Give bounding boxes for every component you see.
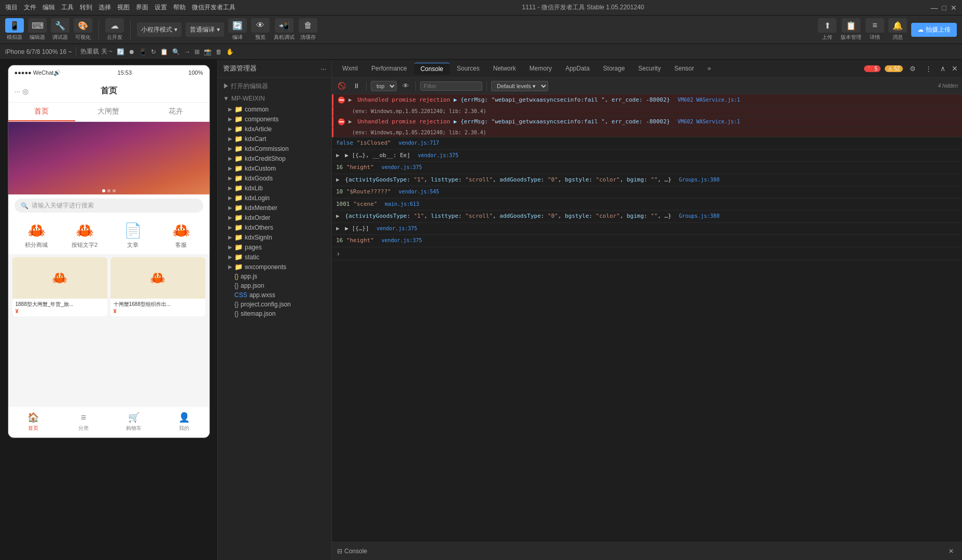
tree-folder-kdxlib[interactable]: ▶ 📁 kdxLib — [218, 183, 331, 193]
version-btn[interactable]: 📋 版本管理 — [841, 18, 861, 41]
log-source-activity1[interactable]: Groups.js:380 — [675, 177, 719, 183]
error-source-1[interactable]: VM602 WAService.js:1 — [674, 97, 740, 103]
expand-arr1[interactable]: ▶ — [336, 152, 340, 159]
phone-search-input[interactable]: 🔍 请输入关键字进行搜索 — [15, 199, 203, 213]
tab-wxml[interactable]: Wxml — [336, 63, 364, 74]
record-icon[interactable]: ⏺ — [129, 48, 135, 55]
compile-btn[interactable]: 🔄 编译 — [228, 18, 247, 41]
log-source-height1[interactable]: vendor.js:375 — [377, 164, 422, 170]
log-source-height2[interactable]: vendor.js:375 — [377, 237, 422, 243]
log-source-route[interactable]: vendor.js:545 — [395, 189, 439, 194]
tab-memory[interactable]: Memory — [523, 63, 558, 74]
product-card-0[interactable]: 🦀 1888型大闸蟹_年货_旅... ¥ — [12, 257, 107, 316]
log-source-isclosed[interactable]: vendor.js:717 — [395, 140, 439, 146]
rotate-icon[interactable]: ↻ — [151, 48, 156, 55]
screenshot-icon[interactable]: 📸 — [204, 48, 212, 55]
tree-folder-kdxarticle[interactable]: ▶ 📁 kdxArticle — [218, 124, 331, 134]
menu-view[interactable]: 视图 — [117, 3, 130, 12]
close-button[interactable]: ✕ — [951, 4, 957, 12]
phone-tab-crab[interactable]: 大闸蟹 — [75, 103, 142, 121]
mode-selector[interactable]: 小程序模式 ▾ — [137, 22, 182, 37]
icon-item-0[interactable]: 🦀 积分商城 — [15, 222, 59, 249]
tree-folder-kdxcart[interactable]: ▶ 📁 kdxCart — [218, 134, 331, 144]
tree-folder-kdxmember[interactable]: ▶ 📁 kdxMember — [218, 203, 331, 213]
bottom-nav-home[interactable]: 🏠 首页 — [8, 407, 59, 437]
upload-toolbar-btn[interactable]: ⬆ 上传 — [818, 18, 836, 41]
tree-file-appjson[interactable]: ▶ {} app.json — [218, 281, 331, 290]
menu-select[interactable]: 选择 — [99, 3, 111, 12]
tree-file-appwxss[interactable]: ▶ CSS app.wxss — [218, 290, 331, 300]
detail-btn[interactable]: ≡ 详情 — [866, 18, 884, 41]
grid-icon[interactable]: ⊞ — [194, 48, 200, 55]
menu-interface[interactable]: 界面 — [136, 3, 148, 12]
menu-file[interactable]: 文件 — [24, 3, 36, 12]
copy-icon[interactable]: 📋 — [160, 48, 168, 55]
minimize-button[interactable]: — — [931, 4, 938, 12]
phone-tab-home[interactable]: 首页 — [8, 103, 75, 121]
expand-activity1[interactable]: ▶ — [336, 176, 340, 183]
console-clear-btn[interactable]: 🚫 — [336, 80, 347, 92]
message-btn[interactable]: 🔔 消息 — [888, 18, 907, 41]
log-source-scene[interactable]: main.js:613 — [381, 201, 419, 207]
product-card-1[interactable]: 🦀 十闸蟹1688型组织作出... ¥ — [110, 257, 205, 316]
tab-appdata[interactable]: AppData — [559, 63, 596, 74]
real-device-btn[interactable]: 📲 真机调试 — [274, 18, 295, 41]
console-filter-input[interactable] — [420, 81, 482, 91]
expand-icon[interactable]: ▶ — [348, 96, 352, 103]
menu-goto[interactable]: 转到 — [80, 3, 92, 12]
tab-storage[interactable]: Storage — [597, 63, 631, 74]
menu-settings[interactable]: 设置 — [155, 3, 167, 12]
visualize-btn[interactable]: 🎨 可视化 — [74, 18, 92, 41]
tree-folder-kdxcreditshop[interactable]: ▶ 📁 kdxCreditShop — [218, 153, 331, 163]
tree-folder-wxcomponents[interactable]: ▶ 📁 wxcomponents — [218, 262, 331, 272]
open-editors-section[interactable]: ▶ 打开的编辑器 — [218, 80, 331, 93]
tree-folder-kdxcommission[interactable]: ▶ 📁 kdxCommission — [218, 144, 331, 153]
tree-folder-kdxgoods[interactable]: ▶ 📁 kdxGoods — [218, 173, 331, 183]
root-section[interactable]: ▼ MP-WEIXIN — [218, 93, 331, 104]
tree-folder-kdxothers[interactable]: ▶ 📁 kdxOthers — [218, 222, 331, 232]
log-level-selector[interactable]: Default levels ▾ — [491, 81, 548, 91]
devtools-close-icon[interactable]: ✕ — [952, 64, 958, 73]
devtools-minimize-icon[interactable]: ∧ — [940, 64, 945, 73]
tab-sources[interactable]: Sources — [451, 63, 486, 74]
preview-btn[interactable]: 👁 预览 — [251, 18, 270, 41]
menu-edit[interactable]: 编辑 — [43, 3, 55, 12]
tree-file-appjs[interactable]: ▶ {} app.js — [218, 272, 331, 281]
bottom-nav-cart[interactable]: 🛒 购物车 — [109, 407, 159, 437]
settings-icon[interactable]: ⚙ — [907, 63, 918, 74]
hand-icon[interactable]: ✋ — [226, 48, 234, 55]
menu-tools[interactable]: 工具 — [61, 3, 74, 12]
tree-folder-kdxorder[interactable]: ▶ 📁 kdxOrder — [218, 213, 331, 222]
phone-tab-flower[interactable]: 花卉 — [142, 103, 209, 121]
tree-folder-common[interactable]: ▶ 📁 common — [218, 104, 331, 114]
clean-btn[interactable]: 🗑 清缓存 — [299, 18, 317, 41]
tree-folder-kdxlogin[interactable]: ▶ 📁 kdxLogin — [218, 193, 331, 203]
bottom-nav-mine[interactable]: 👤 我的 — [159, 407, 210, 437]
search-icon[interactable]: 🔍 — [172, 48, 180, 55]
tab-sensor[interactable]: Sensor — [668, 63, 700, 74]
tab-performance[interactable]: Performance — [365, 63, 413, 74]
maximize-button[interactable]: □ — [942, 4, 946, 12]
tree-file-projectconfig[interactable]: ▶ {} project.config.json — [218, 300, 331, 309]
tree-folder-kdxsignin[interactable]: ▶ 📁 kdxSignIn — [218, 232, 331, 242]
tree-folder-components[interactable]: ▶ 📁 components — [218, 114, 331, 124]
tab-security[interactable]: Security — [632, 63, 667, 74]
bottom-console-tab[interactable]: ⊟ Console — [337, 548, 367, 555]
tab-network[interactable]: Network — [487, 63, 522, 74]
pointer-icon[interactable]: → — [184, 48, 190, 55]
icon-item-2[interactable]: 📄 文章 — [111, 222, 155, 249]
expand-icon-2[interactable]: ▶ — [348, 118, 352, 125]
menu-wechat-devtools[interactable]: 微信开发者工具 — [192, 3, 235, 12]
log-source-activity2[interactable]: Groups.js:380 — [675, 213, 719, 219]
bottom-close-btn[interactable]: ✕ — [945, 545, 957, 557]
filetree-more-icon[interactable]: ··· — [320, 65, 326, 73]
tree-folder-static[interactable]: ▶ 📁 static — [218, 252, 331, 262]
console-pause-btn[interactable]: ⏸ — [351, 80, 362, 92]
cloud-btn[interactable]: ☁ 云开发 — [105, 18, 124, 41]
editor-btn[interactable]: ⌨ 编辑器 — [28, 18, 47, 41]
log-source-arr2[interactable]: vendor.js:375 — [372, 226, 417, 231]
tree-folder-pages[interactable]: ▶ 📁 pages — [218, 242, 331, 252]
cloud-upload-button[interactable]: ☁ 拍摄上传 — [911, 23, 957, 37]
tab-console[interactable]: Console — [414, 63, 450, 75]
error-source-2[interactable]: VM602 WAService.js:1 — [674, 119, 740, 124]
